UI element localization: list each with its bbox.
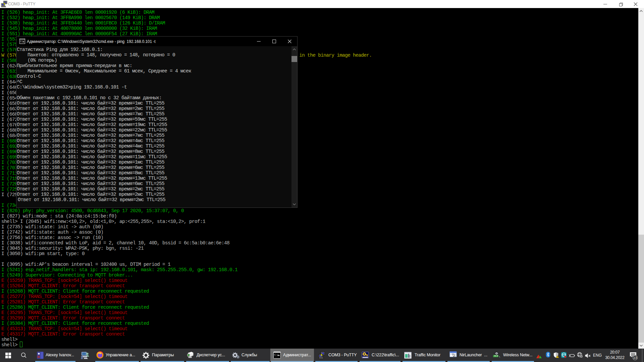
svg-text:C:\: C:\ [20,40,24,43]
svg-text:C:\: C:\ [274,353,279,356]
svg-text:13: 13 [633,356,637,359]
